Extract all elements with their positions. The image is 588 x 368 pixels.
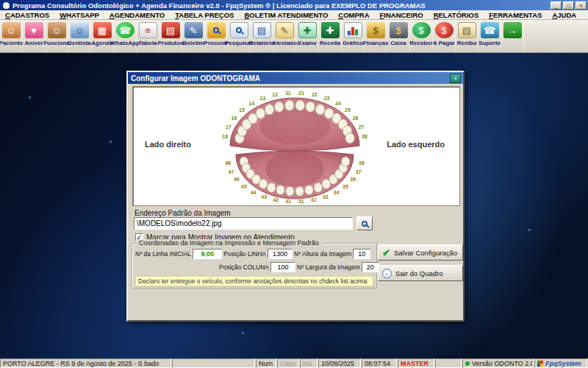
check-icon: ✔ (382, 248, 390, 258)
largura-input[interactable] (362, 262, 379, 272)
cash-register-icon: $ (390, 22, 408, 38)
toolbar-button-procurar[interactable]: Procurar (205, 20, 228, 52)
toolbar-button-boletim[interactable]: ✎ Boletim (182, 20, 205, 52)
tooth-43 (267, 183, 276, 192)
tooth-14 (256, 108, 265, 118)
posicao-linha-input[interactable] (268, 249, 293, 259)
magnifier-icon (362, 221, 368, 227)
tooth-number-12: 12 (272, 92, 278, 97)
toolbar-button-paciente[interactable]: ☺ Paciente (0, 20, 23, 52)
toolbar-button-aniver[interactable]: ♥ Aniver (23, 20, 46, 52)
toolbar-button-apagar[interactable]: $ A Pagar (433, 20, 456, 52)
menu-cadastros[interactable]: CADASTROS (0, 11, 54, 19)
toolbar-button-receita[interactable]: ✚ Receita (319, 20, 342, 52)
toolbar-button-grafico[interactable]: Gráfico (342, 20, 365, 52)
posicao-coluna-input[interactable] (270, 262, 295, 272)
left-side-label: Lado esquerdo (387, 140, 445, 149)
version-text: Versão ODONTO 2.0 (472, 360, 534, 367)
tooth-number-42: 42 (273, 197, 279, 202)
tooth-44 (259, 179, 268, 188)
toolbar-button-produtos[interactable]: ▤ Produtos (159, 20, 182, 52)
posicao-coluna-label: Posição COLUNA (219, 263, 269, 271)
toolbar-button-funciona[interactable]: ☺ Funciona (46, 20, 68, 52)
coordinates-row-1: Nº da Linha INICIAL Posição LINHA Nº Alt… (135, 249, 370, 259)
maximize-button[interactable]: □ (563, 1, 574, 10)
tooth-32 (305, 185, 314, 195)
posicao-linha-label: Posição LINHA (223, 250, 266, 258)
tooth-23 (315, 105, 325, 115)
back-arrow-icon: → (382, 269, 392, 278)
minimize-button[interactable]: _ (551, 1, 562, 10)
menu-boletim-atendimento[interactable]: BOLETIM ATENDIMENTO (239, 11, 333, 19)
menu-agendamento[interactable]: AGENDAMENTO (104, 11, 170, 19)
linha-inicial-input[interactable] (193, 249, 222, 259)
toolbar-label: Tabela (139, 40, 157, 46)
window-titlebar: Programa Consultório Odontológico + Agen… (0, 0, 588, 10)
coordinates-group-title: Coordenadas da Imagem na Impressão e Men… (137, 239, 321, 247)
tooth-42 (276, 185, 285, 195)
toolbar-button-financas[interactable]: $ Finanças (365, 20, 387, 52)
menu-financeiro[interactable]: FINANCEIRO (375, 11, 429, 19)
bulletin-icon: ✎ (184, 22, 203, 38)
status-version: Versão ODONTO 2.0 (462, 358, 534, 368)
tooth-number-22: 22 (312, 92, 318, 97)
tooth-13 (265, 105, 274, 115)
toolbar: ☺ Paciente ♥ Aniver ☺ Funciona ☺ Dentist… (0, 20, 588, 53)
tooth-number-38: 38 (359, 160, 365, 166)
toolbar-button-sair[interactable]: → (501, 20, 524, 52)
toolbar-button-tabela[interactable]: ≡ Tabela (137, 20, 159, 52)
fpqsystem-logo-icon (537, 361, 543, 367)
tooth-number-32: 32 (311, 197, 317, 202)
exit-dialog-button[interactable]: → Sair do Quadro (378, 265, 463, 281)
toolbar-button-recibo[interactable]: ▤ Recibo (456, 20, 478, 52)
largura-label: Nº Largura da Imagem (297, 263, 360, 271)
menu-whatsapp[interactable]: WHATSAPP (54, 11, 104, 19)
menu-compra[interactable]: COMPRA (333, 11, 374, 19)
toolbar-button-receber[interactable]: $ Receber (410, 20, 433, 52)
image-path-input[interactable] (134, 217, 353, 230)
dialog-close-button[interactable]: × (450, 74, 461, 83)
toolbar-button-dentista[interactable]: ☺ Dentista (68, 20, 91, 52)
tooth-number-17: 17 (226, 124, 232, 130)
toolbar-button-suporte[interactable]: ☎ Suporte (478, 20, 501, 52)
toolbar-button-pesquisar[interactable]: Pesquisar (228, 20, 251, 52)
toolbar-label: Recibo (457, 40, 477, 46)
status-user: MASTER (398, 358, 434, 368)
toolbar-button-whatsapp[interactable]: ☎ WhatsApp (114, 20, 137, 52)
status-date: 10/08/2025 (318, 358, 361, 368)
tooth-number-37: 37 (356, 169, 362, 174)
altura-label: Nº Altura da Imagem (294, 250, 351, 258)
toolbar-label: Caixa (390, 40, 406, 46)
tooth-number-18: 18 (222, 134, 228, 139)
search-doc-icon (230, 22, 248, 38)
toolbar-button-exame[interactable]: ✚ Exame (296, 20, 319, 52)
toolbar-button-relatorio[interactable]: ▤ Relatório (251, 20, 273, 52)
status-time: 08:07:54 (362, 358, 397, 368)
toolbar-label: Relatório (249, 40, 275, 46)
tooth-31 (295, 186, 304, 196)
toolbar-label: Boletim (182, 40, 204, 46)
toolbar-label: Funciona (43, 40, 70, 46)
menu-ajuda[interactable]: AJUDA (547, 11, 581, 19)
prescription-icon: ✚ (321, 22, 340, 38)
toolbar-button-agenda[interactable]: ▦ Agenda (91, 20, 114, 52)
menu-relatorios[interactable]: RELATÓRIOS (429, 11, 484, 19)
tooth-number-34: 34 (334, 190, 340, 195)
menu-ferramentas[interactable]: FERRAMENTAS (484, 11, 547, 19)
menu-tabela-precos[interactable]: TABELA PREÇOS (170, 11, 239, 19)
menu-bar: CADASTROS WHATSAPP AGENDAMENTO TABELA PR… (0, 10, 588, 20)
altura-input[interactable] (353, 249, 370, 259)
tooth-number-13: 13 (260, 96, 266, 101)
toolbar-label: Exame (298, 40, 317, 46)
toolbar-label: Suporte (478, 40, 501, 46)
toolbar-button-caixa[interactable]: $ Caixa (387, 20, 410, 52)
patients-icon: ☺ (2, 22, 21, 38)
close-button[interactable]: × (576, 1, 587, 10)
coordinates-row-2: Posição COLUNA Nº Largura da Imagem (219, 262, 379, 272)
tooth-number-31: 31 (298, 199, 304, 204)
window-title: Programa Consultório Odontológico + Agen… (12, 1, 549, 10)
browse-image-button[interactable] (356, 216, 373, 230)
save-configuration-button[interactable]: ✔ Salvar Configuração (378, 244, 463, 261)
toolbar-button-atestado[interactable]: ✎ Atestado (273, 20, 296, 52)
background-stars (0, 53, 1, 54)
